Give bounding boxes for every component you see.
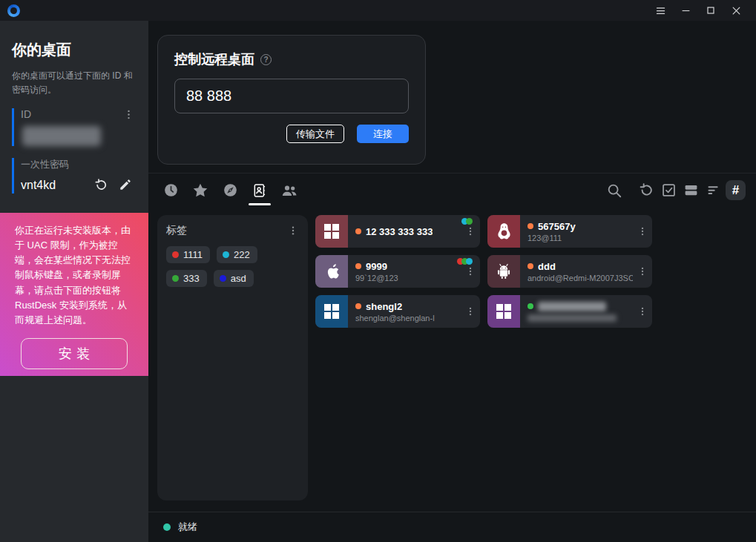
tab-favorites[interactable] (185, 173, 215, 208)
tags-panel: 标签 1111 222 333 asd (157, 215, 308, 500)
install-button[interactable]: 安装 (21, 338, 128, 369)
connect-button[interactable]: 连接 (357, 125, 409, 143)
tag-color-dot (172, 275, 179, 282)
compass-icon (223, 182, 238, 198)
tag-color-dot (223, 251, 229, 258)
peer-card[interactable] (487, 295, 652, 328)
peer-menu-icon[interactable] (633, 215, 652, 248)
peer-name-redacted (538, 302, 606, 311)
status-ready-dot (163, 523, 171, 531)
status-dot (527, 263, 533, 269)
tag-chip[interactable]: 1111 (166, 246, 210, 263)
peer-grid: 12 333 333 333 567567y 123@111 (315, 215, 652, 512)
status-ready-label: 就绪 (178, 520, 197, 534)
search-icon[interactable] (604, 180, 624, 200)
address-book-icon (252, 183, 267, 198)
install-warning-panel: 你正在运行未安装版本，由于 UAC 限制，作为被控端，会在某些情况下无法控制鼠标… (0, 213, 148, 376)
peer-subtitle-redacted (527, 314, 617, 322)
peer-menu-icon[interactable] (633, 295, 652, 328)
desktop-description: 你的桌面可以通过下面的 ID 和密码访问。 (12, 69, 137, 96)
windows-os-icon (315, 215, 348, 248)
password-field: 一次性密码 vnt4kd (12, 158, 137, 194)
peer-content: 标签 1111 222 333 asd 12 333 333 3 (148, 215, 756, 512)
peer-tag-dots (464, 218, 473, 225)
edit-password-icon[interactable] (119, 178, 132, 192)
grid-view-icon[interactable]: # (726, 180, 746, 200)
refresh-password-icon[interactable] (94, 178, 108, 192)
desktop-title: 你的桌面 (12, 40, 137, 60)
windows-os-icon (487, 295, 520, 328)
status-bar: 就绪 (148, 512, 756, 542)
id-label: ID (21, 108, 137, 120)
sort-icon[interactable] (703, 180, 723, 200)
status-dot (527, 223, 533, 229)
refresh-icon[interactable] (637, 180, 657, 200)
select-checkbox-icon[interactable] (659, 180, 679, 200)
connect-title: 控制远程桌面 (174, 50, 254, 68)
tag-chip[interactable]: 333 (166, 270, 207, 287)
peer-tag-dots (459, 258, 473, 265)
remote-id-input[interactable] (174, 79, 409, 113)
status-dot (355, 303, 361, 309)
peer-menu-icon[interactable] (633, 255, 652, 288)
rustdesk-logo-icon (7, 4, 20, 17)
connect-card: 控制远程桌面 ? 传输文件 连接 (157, 35, 426, 165)
tag-chip[interactable]: 222 (217, 246, 257, 263)
close-button[interactable] (723, 0, 749, 21)
help-icon[interactable]: ? (260, 54, 272, 65)
linux-os-icon (487, 215, 520, 248)
people-icon (280, 182, 298, 199)
clock-icon (163, 182, 179, 198)
tab-discovered[interactable] (215, 173, 245, 208)
tag-color-dot (220, 275, 226, 282)
tag-chip[interactable]: asd (214, 270, 254, 287)
star-icon (192, 182, 208, 199)
main-area: 控制远程桌面 ? 传输文件 连接 (148, 21, 756, 542)
minimize-button[interactable] (673, 0, 698, 21)
peer-toolbar: # (148, 173, 756, 207)
transfer-file-button[interactable]: 传输文件 (286, 125, 344, 143)
apple-os-icon (315, 255, 348, 288)
tab-groups[interactable] (275, 173, 304, 208)
id-field: ID (12, 108, 137, 146)
tab-recent-sessions[interactable] (156, 173, 185, 208)
peer-card[interactable]: shengl2 shenglan@shenglan-l (315, 295, 480, 328)
peer-card[interactable]: 12 333 333 333 (315, 215, 480, 248)
sidebar: 你的桌面 你的桌面可以通过下面的 ID 和密码访问。 ID 一次性密码 vnt4… (0, 21, 148, 542)
status-dot (355, 263, 361, 269)
peer-menu-icon[interactable] (461, 295, 480, 328)
status-dot (527, 303, 533, 309)
tag-color-dot (172, 251, 179, 258)
cards-view-icon[interactable] (681, 180, 701, 200)
install-warning-text: 你正在运行未安装版本，由于 UAC 限制，作为被控端，会在某些情况下无法控制鼠标… (15, 223, 134, 328)
tags-title: 标签 (166, 224, 187, 237)
maximize-button[interactable] (698, 0, 723, 21)
peer-card[interactable]: ddd android@Redmi-M2007J3SC (487, 255, 652, 288)
password-value: vnt4kd (21, 179, 56, 192)
tab-address-book[interactable] (245, 173, 275, 208)
windows-os-icon (315, 295, 348, 328)
id-menu-icon[interactable] (122, 108, 135, 124)
id-value-redacted (22, 126, 101, 146)
hamburger-menu-icon[interactable] (648, 0, 673, 21)
peer-card[interactable]: 9999 99`12@123 (315, 255, 480, 288)
peer-card[interactable]: 567567y 123@111 (487, 215, 652, 248)
status-dot (355, 228, 361, 234)
password-label: 一次性密码 (21, 158, 137, 171)
tags-menu-icon[interactable] (287, 225, 299, 237)
android-os-icon (487, 255, 520, 288)
titlebar (0, 0, 756, 21)
